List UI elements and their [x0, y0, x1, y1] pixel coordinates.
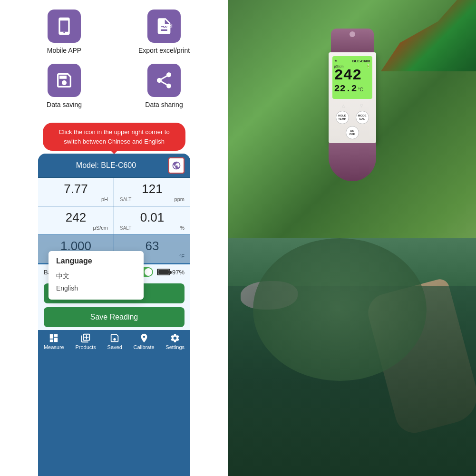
- salt-unit: ppm: [175, 196, 185, 202]
- salt-label: SALT: [120, 197, 131, 202]
- save-reading-button[interactable]: Save Reading: [44, 307, 185, 327]
- salt-pct-value: 0.01: [140, 210, 165, 225]
- meter-sub-value: 22.2: [334, 83, 357, 94]
- saved-nav-label: Saved: [107, 344, 122, 350]
- mobile-app-icon-box: [48, 10, 81, 43]
- share-icon-box: [147, 64, 181, 97]
- products-nav-icon: [80, 333, 91, 343]
- data-cell-salt-pct: 0.01 SALT %: [114, 206, 190, 235]
- battery-pct: 97%: [172, 269, 185, 276]
- meter-body: ★ BLE-C600 μS/cm 🔋 242 22.2 °C △ ▽: [329, 52, 376, 143]
- nav-item-settings[interactable]: Settings: [165, 333, 185, 350]
- nav-item-measure[interactable]: Measure: [44, 333, 64, 350]
- tooltip-bubble: Click the icon in the upper right corner…: [43, 123, 185, 151]
- nav-item-products[interactable]: Products: [75, 333, 96, 350]
- calibrate-nav-icon: [139, 333, 149, 343]
- feature-data-saving: Data saving: [24, 64, 105, 108]
- ph-value: 7.77: [64, 182, 88, 196]
- phone-navbar: Measure Products Saved Calibrate: [38, 330, 190, 352]
- settings-nav-icon: [170, 333, 180, 343]
- rocks: [241, 281, 298, 310]
- data-cell-ec: 242 μS/cm: [38, 206, 114, 235]
- meter-device: ★ BLE-C600 μS/cm 🔋 242 22.2 °C △ ▽: [314, 29, 390, 181]
- phone-icon: [55, 17, 74, 36]
- foliage-top: [381, 0, 476, 71]
- left-panel: Mobile APP Excel Export excel/print Data…: [0, 0, 228, 476]
- meter-brand: BLE-C600: [352, 59, 370, 63]
- temp-unit: °F: [179, 253, 185, 259]
- share-icon: [155, 71, 174, 90]
- saved-nav-icon: [109, 333, 120, 343]
- phone-header: Model: BLE-C600: [38, 154, 190, 178]
- salt-value: 121: [142, 182, 162, 196]
- meter-lower-body: [329, 143, 376, 181]
- battery-row: 97%: [157, 269, 185, 276]
- on-off-button[interactable]: ON OFF: [346, 126, 359, 139]
- measure-nav-icon: [49, 333, 59, 343]
- on-off-label: ON OFF: [350, 129, 355, 136]
- language-dropdown[interactable]: Language 中文 English: [49, 251, 144, 300]
- save-icon: [55, 71, 74, 90]
- up-arrow: △: [342, 104, 345, 108]
- nav-item-saved[interactable]: Saved: [107, 333, 122, 350]
- language-option-chinese[interactable]: 中文: [56, 270, 136, 282]
- hold-temp-button[interactable]: HOLD TEMP: [336, 111, 349, 124]
- right-panel: ★ BLE-C600 μS/cm 🔋 242 22.2 °C △ ▽: [228, 0, 476, 476]
- mode-cal-label: MODE CAL: [358, 114, 367, 121]
- products-nav-label: Products: [75, 344, 96, 350]
- meter-cap: [331, 29, 374, 52]
- svg-text:Excel: Excel: [160, 23, 173, 29]
- hold-temp-label: HOLD TEMP: [338, 114, 346, 121]
- toggle-thumb: [145, 268, 152, 276]
- ph-unit: pH: [101, 196, 108, 202]
- settings-nav-label: Settings: [165, 344, 185, 350]
- mobile-app-label: Mobile APP: [47, 47, 81, 54]
- phone-model-title: Model: BLE-C600: [44, 161, 168, 170]
- meter-sub-unit: °C: [358, 87, 363, 92]
- battery-fill: [158, 270, 169, 274]
- garden-background: ★ BLE-C600 μS/cm 🔋 242 22.2 °C △ ▽: [228, 0, 476, 476]
- salt-pct-label: SALT: [120, 225, 131, 231]
- tooltip-text: Click the icon in the upper right corner…: [58, 128, 169, 145]
- salt-pct-unit: %: [180, 225, 185, 231]
- feature-data-sharing: Data sharing: [124, 64, 204, 108]
- meter-main-value: 242: [334, 68, 370, 83]
- nav-item-calibrate[interactable]: Calibrate: [134, 333, 155, 350]
- pond-water: [228, 286, 476, 476]
- mode-cal-button[interactable]: MODE CAL: [356, 111, 369, 124]
- meter-arrows: △ ▽: [332, 103, 372, 108]
- excel-icon-box: Excel: [147, 10, 181, 43]
- data-sharing-label: Data sharing: [145, 101, 183, 108]
- feature-export: Excel Export excel/print: [124, 10, 204, 54]
- globe-icon: [172, 161, 181, 170]
- language-title: Language: [56, 257, 136, 265]
- data-cell-ph: 7.77 pH: [38, 178, 114, 206]
- data-saving-label: Data saving: [47, 101, 82, 108]
- ec-unit: μS/cm: [93, 225, 108, 231]
- temp-value: 63: [146, 239, 159, 253]
- ec-value: 242: [66, 210, 86, 225]
- language-option-english[interactable]: English: [56, 282, 136, 294]
- data-cell-salt-ppm: 121 SALT ppm: [114, 178, 190, 206]
- down-arrow: ▽: [360, 104, 363, 108]
- calibrate-nav-label: Calibrate: [134, 344, 155, 350]
- features-grid: Mobile APP Excel Export excel/print Data…: [24, 10, 204, 108]
- battery-icon: [157, 269, 170, 275]
- meter-buttons-row: HOLD TEMP MODE CAL: [332, 111, 372, 124]
- export-label: Export excel/print: [138, 47, 190, 54]
- save-icon-box: [48, 64, 81, 97]
- feature-mobile-app: Mobile APP: [24, 10, 105, 54]
- measure-nav-label: Measure: [44, 344, 64, 350]
- meter-screen: ★ BLE-C600 μS/cm 🔋 242 22.2 °C: [332, 56, 372, 99]
- excel-icon: Excel: [155, 17, 174, 36]
- globe-button[interactable]: [168, 157, 185, 174]
- phone-mockup: Model: BLE-C600 7.77 pH 121 SALT ppm: [38, 154, 190, 476]
